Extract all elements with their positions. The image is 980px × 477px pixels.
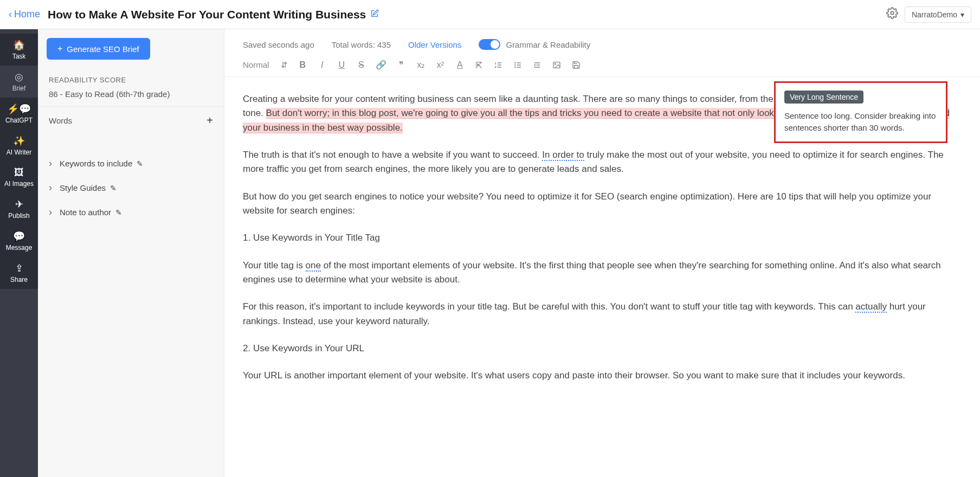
indent-button[interactable] [533,61,543,69]
top-bar: ‹ Home How to Make A Website For Your Co… [0,0,980,29]
target-icon: ◎ [15,71,23,83]
nav-label: Share [10,276,28,283]
style-guides[interactable]: Style Guides ✎ [38,176,224,200]
tip-badge: Very Long Sentence [784,91,863,104]
upload-icon: ⇪ [15,262,23,274]
svg-point-0 [891,11,894,15]
word-count: Total words: 435 [332,40,391,49]
words-label: Words [49,116,72,125]
nav-label: Message [6,244,33,252]
suggestion-underline[interactable]: one [306,260,321,272]
keywords-to-include[interactable]: Keywords to include ✎ [38,151,224,176]
readability-label: READABILITY SCORE [49,76,213,84]
svg-point-5 [555,63,556,65]
grammar-tip-popover: Very Long Sentence Sentence too long. Co… [774,81,947,143]
svg-point-2 [515,65,515,65]
wand-icon: ✨ [13,135,25,147]
nav-message[interactable]: 💬 Message [0,225,38,257]
bolt-chat-icon: ⚡💬 [7,103,31,115]
nav-brief[interactable]: ◎ Brief [0,66,38,98]
quote-button[interactable]: ❞ [396,60,406,70]
nav-label: AI Writer [7,149,31,156]
account-name: NarratoDemo [912,10,957,19]
nav-chatgpt[interactable]: ⚡💬 ChatGPT [0,98,38,130]
superscript-button[interactable]: x² [435,60,445,70]
nav-label: Brief [12,85,26,92]
chat-icon: 💬 [13,230,25,242]
edit-icon[interactable]: ✎ [137,159,143,168]
nav-label: Task [12,53,26,60]
unordered-list-button[interactable] [513,61,523,69]
suggestion-underline[interactable]: In order to [542,150,584,161]
bold-button[interactable]: B [298,60,307,70]
edit-icon[interactable]: ✎ [115,208,122,217]
editor-area: Saved seconds ago Total words: 435 Older… [224,29,980,477]
link-button[interactable]: 🔗 [376,60,386,70]
back-home-link[interactable]: ‹ Home [9,9,40,20]
paragraph[interactable]: Your URL is another important element of… [243,369,962,383]
ordered-list-button[interactable] [494,61,504,69]
paragraph[interactable]: For this reason, it's important to inclu… [243,300,962,328]
heading-line[interactable]: 1. Use Keywords in Your Title Tag [243,231,962,245]
text: For this reason, it's important to inclu… [243,301,855,312]
svg-point-3 [515,67,515,67]
heading-line[interactable]: 2. Use Keywords in Your URL [243,341,962,356]
format-label: Normal [243,60,269,69]
image-icon: 🖼 [14,167,24,178]
nav-publish[interactable]: ✈ Publish [0,193,38,225]
chevron-right-icon [49,182,55,194]
nav-rail: 🏠 Task ◎ Brief ⚡💬 ChatGPT ✨ AI Writer 🖼 … [0,29,38,477]
paragraph[interactable]: Your title tag is one of the most import… [243,259,962,287]
paragraph[interactable]: The truth is that it's not enough to hav… [243,148,962,177]
strike-button[interactable]: S [356,60,366,70]
generate-seo-brief-button[interactable]: Generate SEO Brief [47,38,150,60]
page-title: How to Make A Website For Your Content W… [48,8,366,21]
editor-toolbar: Normal ⇵ B I U S 🔗 ❞ x₂ x² A [224,56,980,77]
nav-share[interactable]: ⇪ Share [0,257,38,289]
account-dropdown[interactable]: NarratoDemo ▾ [905,7,971,23]
top-right: NarratoDemo ▾ [886,7,971,23]
nav-label: Publish [8,212,29,220]
chevron-right-icon [49,207,55,218]
format-select[interactable]: Normal ⇵ [243,60,288,70]
home-label: Home [14,9,40,20]
send-icon: ✈ [15,198,23,210]
nav-label: ChatGPT [5,117,33,124]
words-header: Words + [38,107,224,135]
image-button[interactable] [552,61,562,69]
item-label: Keywords to include [60,159,132,168]
edit-icon[interactable]: ✎ [110,184,117,192]
caret-updown-icon: ⇵ [281,60,288,70]
readability-section: READABILITY SCORE 86 - Easy to Read (6th… [38,68,224,107]
paragraph[interactable]: But how do you get search engines to not… [243,190,962,218]
nav-task[interactable]: 🏠 Task [0,34,38,66]
nav-ai-writer[interactable]: ✨ AI Writer [0,130,38,162]
add-words-button[interactable]: + [207,114,213,127]
italic-button[interactable]: I [317,60,327,70]
note-to-author[interactable]: Note to author ✎ [38,200,224,224]
clear-format-button[interactable] [474,61,484,69]
text: Your title tag is [243,260,306,270]
older-versions-link[interactable]: Older Versions [408,40,461,49]
readability-value: 86 - Easy to Read (6th-7th grade) [49,89,213,99]
underline-button[interactable]: U [337,60,346,70]
subscript-button[interactable]: x₂ [416,60,425,70]
grammar-label: Grammar & Readability [506,40,590,49]
editor-meta-row: Saved seconds ago Total words: 435 Older… [224,29,980,56]
home-icon: 🏠 [13,39,25,51]
chevron-left-icon: ‹ [9,9,12,20]
save-button[interactable] [572,61,582,69]
tip-text: Sentence too long. Consider breaking int… [784,110,937,134]
nav-label: AI Images [4,180,34,188]
left-panel: Generate SEO Brief READABILITY SCORE 86 … [38,29,224,477]
nav-ai-images[interactable]: 🖼 AI Images [0,162,38,193]
text-color-button[interactable]: A [455,60,465,70]
caret-down-icon: ▾ [960,10,964,19]
text: The truth is that it's not enough to hav… [243,150,542,160]
item-label: Note to author [60,208,111,217]
grammar-toggle[interactable] [479,39,500,50]
suggestion-underline[interactable]: actually [855,301,887,313]
gear-icon[interactable] [886,7,898,22]
edit-title-icon[interactable] [370,9,379,20]
chevron-right-icon [49,158,55,169]
